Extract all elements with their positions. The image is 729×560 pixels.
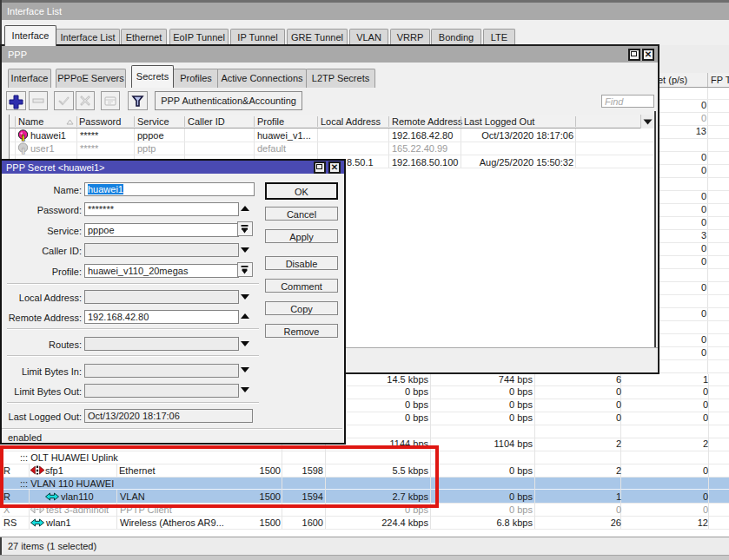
svg-text:i: i — [22, 145, 24, 155]
svg-text:i: i — [22, 132, 24, 142]
